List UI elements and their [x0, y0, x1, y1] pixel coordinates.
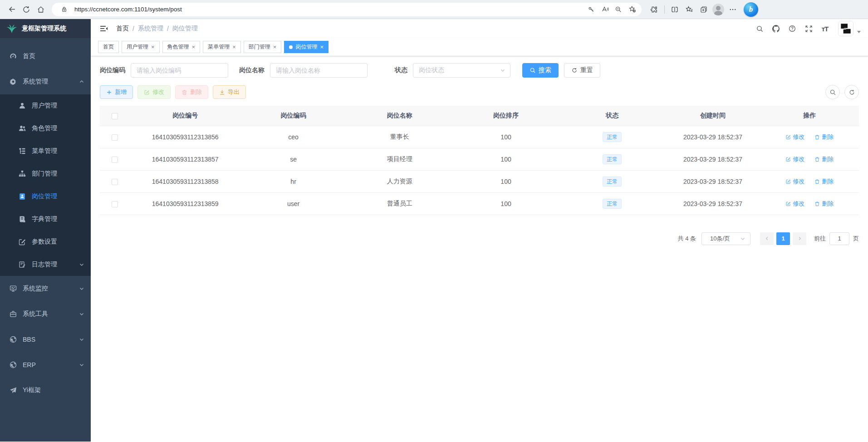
delete-button[interactable]: 删除: [175, 85, 208, 99]
close-icon[interactable]: ×: [320, 44, 324, 50]
sidebar-item-system-management[interactable]: 系统管理: [0, 69, 91, 94]
delete-link-label: 删除: [822, 200, 834, 208]
status-select[interactable]: 岗位状态: [413, 63, 510, 78]
sidebar-item-label: 系统工具: [23, 310, 74, 318]
row-checkbox[interactable]: [112, 134, 118, 141]
sidebar-item-label: 首页: [23, 52, 84, 60]
browser-home-button[interactable]: [34, 3, 48, 16]
sidebar-item-role-management[interactable]: 角色管理: [0, 117, 91, 140]
help-icon[interactable]: [785, 21, 800, 36]
fullscreen-icon[interactable]: [801, 21, 816, 36]
close-icon[interactable]: ×: [232, 44, 236, 50]
show-search-toggle-button[interactable]: [825, 85, 840, 99]
font-size-icon[interactable]: ᴛT: [817, 21, 833, 36]
next-page-button[interactable]: [793, 232, 806, 245]
edit-button[interactable]: 修改: [137, 85, 171, 99]
tab-department-management[interactable]: 部门管理 ×: [244, 41, 282, 53]
refresh-icon: [848, 89, 855, 96]
sidebar-item-post-management[interactable]: 岗位管理: [0, 185, 91, 208]
row-edit-link[interactable]: 修改: [785, 155, 804, 163]
table-row[interactable]: 1641030593112313856 ceo 董事长 100 正常 2023-…: [100, 126, 859, 148]
breadcrumb-home[interactable]: 首页: [116, 25, 129, 33]
refresh-table-button[interactable]: [844, 85, 859, 99]
post-name-input[interactable]: [270, 63, 368, 78]
row-edit-link[interactable]: 修改: [785, 177, 804, 186]
collections-icon[interactable]: [696, 3, 711, 16]
sidebar-item-yi-framework[interactable]: Yi框架: [0, 378, 91, 403]
split-screen-icon[interactable]: [667, 3, 682, 16]
address-bar[interactable]: https://ccnetcore.com:1101/system/post: [52, 3, 642, 16]
row-checkbox[interactable]: [112, 157, 118, 163]
tab-role-management[interactable]: 角色管理 ×: [162, 41, 201, 53]
table-row[interactable]: 1641030593112313857 se 项目经理 100 正常 2023-…: [100, 148, 859, 170]
row-edit-link[interactable]: 修改: [785, 200, 804, 208]
row-delete-link[interactable]: 删除: [814, 177, 834, 186]
reset-button[interactable]: 重置: [564, 63, 600, 78]
row-delete-link[interactable]: 删除: [814, 200, 834, 208]
browser-refresh-button[interactable]: [19, 3, 34, 16]
github-icon[interactable]: [768, 21, 784, 36]
add-button[interactable]: 新增: [100, 85, 133, 99]
user-icon: [18, 102, 26, 110]
user-avatar[interactable]: [838, 21, 853, 36]
zoom-out-icon[interactable]: [612, 4, 625, 15]
sidebar-item-home[interactable]: 首页: [0, 44, 91, 69]
post-code-input[interactable]: [131, 63, 228, 78]
extensions-icon[interactable]: [647, 3, 662, 16]
favorites-icon[interactable]: [682, 3, 696, 16]
sidebar-item-log-management[interactable]: 日志管理: [0, 253, 91, 276]
read-aloud-icon[interactable]: [598, 4, 612, 15]
browser-back-button[interactable]: [5, 3, 19, 16]
row-checkbox[interactable]: [112, 201, 118, 207]
table-row[interactable]: 1641030593112313859 user 普通员工 100 正常 202…: [100, 192, 859, 215]
chevron-down-icon: [79, 362, 84, 368]
site-lock-icon[interactable]: [57, 4, 71, 15]
close-icon[interactable]: ×: [192, 44, 196, 50]
browser-chrome: https://ccnetcore.com:1101/system/post: [0, 0, 868, 19]
bing-chat-icon[interactable]: b: [744, 2, 758, 17]
row-delete-link[interactable]: 删除: [814, 133, 834, 141]
tab-user-management[interactable]: 用户管理 ×: [122, 41, 160, 53]
sidebar-item-parameter-settings[interactable]: 参数设置: [0, 231, 91, 253]
tab-label: 用户管理: [127, 43, 148, 51]
sidebar-item-dict-management[interactable]: 字典管理: [0, 208, 91, 231]
row-checkbox[interactable]: [112, 179, 118, 185]
sidebar-item-label: 字典管理: [32, 215, 84, 223]
trash-icon: [814, 179, 820, 184]
app-logo-bar[interactable]: 意框架管理系统: [0, 19, 91, 38]
prev-page-button[interactable]: [760, 232, 774, 245]
export-button[interactable]: 导出: [213, 85, 246, 99]
password-key-icon[interactable]: [584, 4, 598, 15]
url-text[interactable]: https://ccnetcore.com:1101/system/post: [74, 6, 584, 13]
sidebar-item-system-tools[interactable]: 系统工具: [0, 301, 91, 327]
column-operations: 操作: [760, 106, 859, 126]
browser-menu-ellipsis[interactable]: [726, 3, 740, 16]
avatar-caret-icon[interactable]: [857, 31, 861, 33]
add-favorite-star-icon[interactable]: [625, 4, 639, 15]
select-all-checkbox[interactable]: [112, 113, 118, 119]
sidebar-item-bbs[interactable]: BBS: [0, 327, 91, 352]
sidebar-fold-icon[interactable]: [98, 23, 110, 34]
sidebar-item-menu-management[interactable]: 菜单管理: [0, 140, 91, 162]
sidebar-item-department-management[interactable]: 部门管理: [0, 162, 91, 185]
sidebar-item-system-monitor[interactable]: 系统监控: [0, 276, 91, 301]
header-search-icon[interactable]: [752, 21, 767, 36]
row-edit-link[interactable]: 修改: [785, 133, 804, 141]
page-number-button[interactable]: 1: [776, 232, 790, 245]
chevron-down-icon: [500, 68, 505, 73]
tab-home[interactable]: 首页: [98, 41, 119, 53]
tab-menu-management[interactable]: 菜单管理 ×: [203, 41, 241, 53]
sidebar-item-erp[interactable]: ERP: [0, 352, 91, 378]
search-button[interactable]: 搜索: [522, 63, 559, 78]
page-size-value: 10条/页: [710, 235, 730, 243]
tab-label: 部门管理: [249, 43, 270, 51]
sidebar-item-user-management[interactable]: 用户管理: [0, 94, 91, 117]
page-size-select[interactable]: 10条/页: [701, 232, 750, 245]
close-icon[interactable]: ×: [273, 44, 277, 50]
close-icon[interactable]: ×: [151, 44, 155, 50]
goto-page-input[interactable]: [829, 232, 849, 245]
profile-avatar[interactable]: [711, 3, 726, 16]
row-delete-link[interactable]: 删除: [814, 155, 834, 163]
tab-post-management[interactable]: 岗位管理 ×: [284, 41, 329, 53]
table-row[interactable]: 1641030593112313858 hr 人力资源 100 正常 2023-…: [100, 170, 859, 192]
